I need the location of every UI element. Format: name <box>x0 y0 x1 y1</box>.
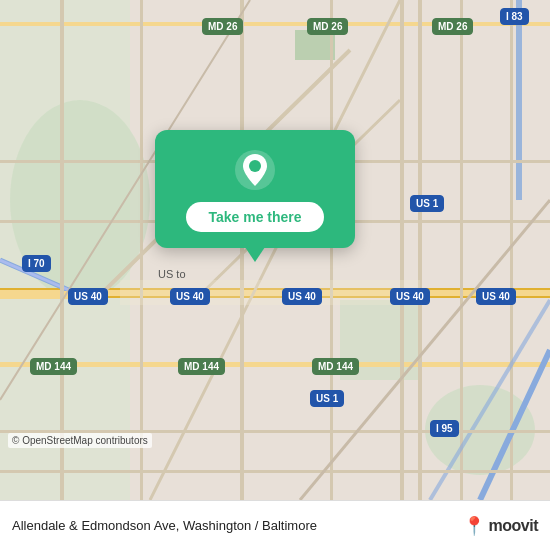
svg-rect-17 <box>140 0 143 500</box>
road-badge-md-144: MD 144 <box>30 358 77 375</box>
road-badge-us-40: US 40 <box>390 288 430 305</box>
svg-rect-34 <box>120 280 420 305</box>
road-badge-md-26: MD 26 <box>307 18 348 35</box>
road-badge-us-40: US 40 <box>68 288 108 305</box>
svg-rect-26 <box>418 0 422 500</box>
popup-card: Take me there <box>155 130 355 248</box>
svg-rect-16 <box>60 0 64 500</box>
copyright-text: © OpenStreetMap contributors <box>8 433 152 448</box>
moovit-pin-icon: 📍 <box>463 515 485 537</box>
road-badge-i-70: I 70 <box>22 255 51 272</box>
road-badge-md-26: MD 26 <box>432 18 473 35</box>
svg-point-36 <box>249 160 261 172</box>
road-badge-us-1: US 1 <box>410 195 444 212</box>
road-badge-md-144: MD 144 <box>178 358 225 375</box>
moovit-logo: 📍 moovit <box>463 515 538 537</box>
road-badge-i-95: I 95 <box>430 420 459 437</box>
svg-rect-23 <box>516 0 522 200</box>
road-badge-md-26: MD 26 <box>202 18 243 35</box>
svg-rect-18 <box>240 0 244 500</box>
bottom-bar-left: Allendale & Edmondson Ave, Washington / … <box>12 518 317 533</box>
svg-rect-9 <box>0 362 550 367</box>
road-badge-us-40: US 40 <box>476 288 516 305</box>
location-pin-icon <box>233 148 277 192</box>
road-badge-us-40: US 40 <box>170 288 210 305</box>
road-badge-us-1: US 1 <box>310 390 344 407</box>
moovit-logo-text: moovit <box>489 517 538 535</box>
location-text: Allendale & Edmondson Ave, Washington / … <box>12 518 317 533</box>
svg-rect-21 <box>460 0 463 500</box>
svg-rect-20 <box>400 0 404 500</box>
take-me-there-button[interactable]: Take me there <box>186 202 323 232</box>
svg-rect-30 <box>0 470 550 473</box>
road-badge-us-40: US 40 <box>282 288 322 305</box>
road-badge-md-144: MD 144 <box>312 358 359 375</box>
bottom-bar: Allendale & Edmondson Ave, Washington / … <box>0 500 550 550</box>
road-badge-i-83: I 83 <box>500 8 529 25</box>
svg-rect-19 <box>330 0 333 500</box>
map-container: MD 26MD 26MD 26I 83US 1I 70US 40US 40US … <box>0 0 550 500</box>
